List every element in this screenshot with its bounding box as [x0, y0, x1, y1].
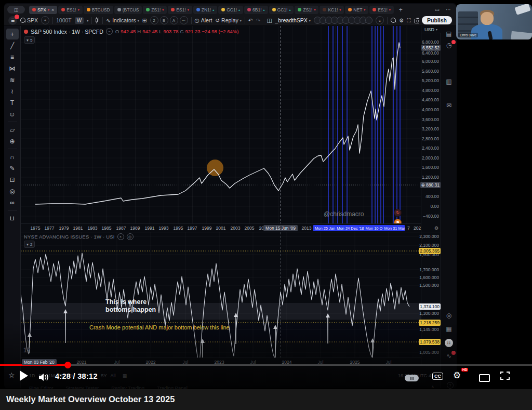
nyse-legend[interactable]: NYSE ADVANCING ISSUES · 1W · USI × ◎	[24, 233, 134, 240]
symbol-tab-6b1[interactable]: 6B1!▴	[244, 6, 268, 14]
collapse-indicators-chip[interactable]: ▾2	[24, 241, 35, 248]
screen-share-icon[interactable]: ▭	[435, 7, 440, 12]
replay-button[interactable]: ↺Replay▾	[215, 17, 242, 23]
close-tab-icon[interactable]: ×	[51, 7, 54, 12]
chevron-up-icon[interactable]: ∧	[431, 385, 434, 389]
favorite-star-icon[interactable]: ☆	[8, 371, 15, 379]
chat-icon[interactable]: ✉	[443, 102, 455, 109]
range-button-all[interactable]: All	[111, 373, 116, 378]
news-icon[interactable]: ▤	[443, 30, 455, 37]
bottoms-annotation[interactable]: This is wherebottoms happen	[105, 298, 156, 314]
quick-button-2[interactable]: A	[170, 16, 178, 24]
layout-select-icon[interactable]: ◫	[267, 17, 272, 23]
measure-tool[interactable]: ▱	[6, 124, 19, 135]
symbol-tab-es1[interactable]: ES1!▾	[168, 6, 192, 14]
hide-series-icon[interactable]: −	[106, 28, 113, 35]
calendar-icon[interactable]: ▦	[443, 325, 455, 333]
emoji-tool[interactable]: ☺	[6, 109, 19, 120]
settings-gear-icon[interactable]: ⚙	[399, 17, 404, 23]
indicators-button[interactable]: ∿Indicators▾	[106, 17, 139, 23]
compare-button[interactable]: +	[41, 16, 49, 24]
broadcast-icon[interactable]: ∿	[443, 352, 455, 360]
candles-style-icon[interactable]	[95, 17, 99, 24]
crosshair-tool[interactable]: +	[6, 29, 19, 39]
spx-pane[interactable]: S&P 500 Index · 1W · SPCFD − O942.45 H94…	[21, 26, 421, 223]
symbol-tab-net[interactable]: NET▾	[345, 6, 368, 14]
menu-button[interactable]: ☰	[8, 16, 17, 25]
player-settings-gear-icon[interactable]: ⚙	[453, 370, 461, 381]
more-tabs-button[interactable]: ⋯	[446, 7, 451, 12]
symbol-tab-es1[interactable]: ES1!▾	[58, 6, 82, 14]
range-button-5y[interactable]: 5Y	[101, 373, 107, 378]
price-axis[interactable]: USD▾ ⚙ 6,800.006,400.006,000.005,600.005…	[421, 26, 441, 365]
symbol-search-button[interactable]: SPX	[20, 17, 38, 23]
crash-mode-annotation[interactable]: Crash Mode potential AND major bottom be…	[89, 324, 230, 330]
quick-button-0[interactable]: 2	[150, 16, 158, 24]
window-controls-button[interactable]: ◫	[7, 6, 25, 14]
lock-drawings-tool[interactable]: ⊡	[6, 174, 19, 185]
symbol-tab-zs1[interactable]: ZS1!▾	[295, 6, 318, 14]
quick-search-icon[interactable]	[391, 18, 396, 23]
brush-tool[interactable]: ≀	[6, 86, 19, 97]
drawing-mode-tool[interactable]: ✎	[6, 163, 19, 174]
range-button-1d[interactable]: 1D	[29, 373, 35, 378]
layout-name-button[interactable]: _breadthSPX▾	[275, 17, 310, 23]
nyse-advancing-pane[interactable]: NYSE ADVANCING ISSUES · 1W · USI × ◎ ▾2 …	[21, 232, 421, 358]
sync-drawings-tool[interactable]: ∞	[6, 197, 19, 208]
interval-button[interactable]: W	[75, 17, 84, 24]
snapshot-camera-icon[interactable]	[414, 18, 419, 23]
hide-series-icon[interactable]: ×	[117, 233, 124, 240]
video-progress-knob[interactable]	[64, 362, 71, 368]
remove-drawings-tool[interactable]: ⊔	[6, 213, 19, 223]
go-to-date-icon[interactable]: ▦	[123, 373, 127, 378]
fullscreen-button[interactable]	[500, 371, 510, 380]
undo-button[interactable]: ↶	[248, 17, 253, 23]
cycle-sticker[interactable]: ↻	[394, 209, 402, 217]
alerts-clock-icon[interactable]: ◷	[443, 42, 455, 49]
magnet-tool[interactable]: ∩	[6, 151, 19, 162]
video-progress-bar[interactable]	[0, 364, 532, 366]
help-button[interactable]: ?	[447, 382, 454, 389]
play-button[interactable]	[20, 371, 28, 381]
miniplayer-button[interactable]	[479, 374, 490, 382]
currency-selector[interactable]: USD▾	[421, 26, 441, 33]
symbol-tab-zs1[interactable]: ZS1!▾	[143, 6, 167, 14]
symbol-tab-gc1[interactable]: GC1!▴	[269, 6, 294, 14]
flag-sticker[interactable]: ⚑	[394, 219, 402, 223]
spx-legend[interactable]: S&P 500 Index · 1W · SPCFD − O942.45 H94…	[24, 28, 238, 35]
zoom-in-tool[interactable]: ⊕	[6, 136, 19, 147]
copyright-avatar[interactable]: c	[376, 16, 384, 24]
pause-toggle[interactable]	[405, 375, 419, 381]
symbol-tab-es1[interactable]: ES1!▾	[369, 6, 393, 14]
axis-settings-gear-icon[interactable]: ⚙	[434, 226, 438, 231]
add-tab-button[interactable]: +	[399, 6, 403, 14]
hide-drawings-tool[interactable]: ◎	[6, 186, 19, 196]
trend-line-tool[interactable]: ╱	[6, 40, 19, 51]
apps-grid-icon[interactable]: ∷	[445, 339, 453, 347]
elliott-wave-tool[interactable]: ≋	[6, 74, 19, 85]
redo-button[interactable]: ↷	[256, 17, 261, 23]
gann-fib-tool[interactable]: ≡	[6, 51, 19, 62]
quick-button-3[interactable]: ⋯	[180, 16, 188, 24]
symbol-tab-spx[interactable]: SPX▾×	[29, 6, 57, 14]
target-icon[interactable]: ◎	[443, 312, 455, 319]
text-tool[interactable]: T	[6, 97, 19, 108]
xabcd-pattern-tool[interactable]: ⋈	[6, 63, 19, 74]
interval-ticks-button[interactable]: 1000T	[56, 17, 72, 23]
symbol-tab-kc1[interactable]: KC1!▾	[320, 6, 344, 14]
pane-divider[interactable]	[21, 232, 441, 232]
layout-templates-button[interactable]: ⊞	[142, 17, 147, 23]
publish-button[interactable]: Publish	[422, 16, 452, 24]
symbol-tab-zn1[interactable]: ZN1!▴	[193, 6, 217, 14]
symbol-tab-btcusd[interactable]: BTCUSD	[84, 6, 113, 14]
quick-button-1[interactable]: B	[160, 16, 168, 24]
avatar[interactable]	[365, 17, 373, 24]
fullscreen-icon[interactable]: ⛶	[407, 17, 410, 24]
eye-icon[interactable]: ◎	[127, 233, 134, 240]
symbol-tab-btcus[interactable]: (BTCUS	[114, 6, 142, 14]
collapse-indicators-chip[interactable]: ▾5	[24, 36, 35, 44]
layers-icon[interactable]: ▥	[443, 78, 455, 85]
chevron-down-icon[interactable]: ▾	[87, 19, 88, 22]
symbol-tab-gc1[interactable]: GC1!▴	[218, 6, 243, 14]
volume-button[interactable]	[38, 373, 50, 381]
